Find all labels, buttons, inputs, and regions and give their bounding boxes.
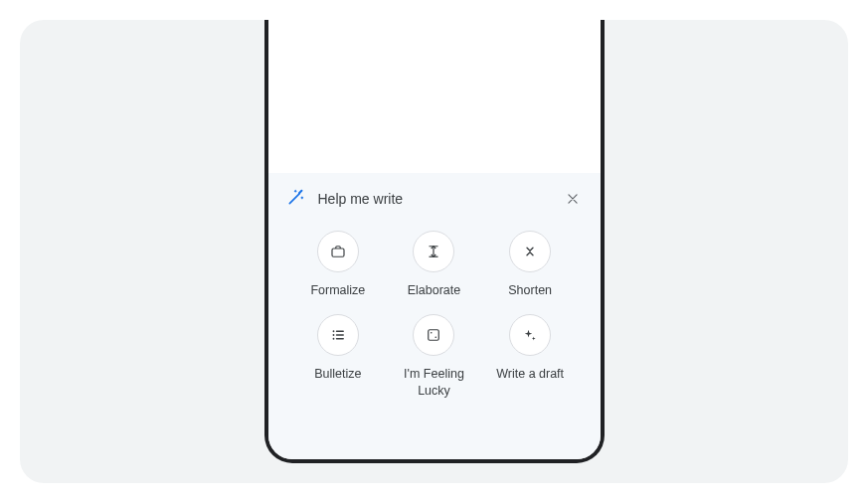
- panel-header-left: Help me write: [286, 187, 404, 211]
- svg-point-6: [332, 334, 334, 336]
- panel-header: Help me write: [286, 187, 583, 211]
- sparkle-icon: [509, 314, 551, 356]
- option-formalize[interactable]: Formalize: [290, 231, 387, 298]
- document-content-area: [268, 20, 601, 173]
- options-grid: Formalize Elaborate: [286, 231, 583, 399]
- panel-title: Help me write: [318, 191, 404, 207]
- option-label: Shorten: [508, 282, 552, 298]
- expand-icon: [413, 231, 454, 272]
- option-label: I'm Feeling Lucky: [386, 366, 482, 399]
- option-write-draft[interactable]: Write a draft: [482, 314, 579, 399]
- option-elaborate[interactable]: Elaborate: [386, 231, 482, 298]
- bullet-list-icon: [317, 314, 359, 356]
- svg-rect-10: [429, 330, 439, 341]
- svg-point-4: [332, 331, 334, 333]
- briefcase-icon: [317, 231, 359, 272]
- magic-wand-icon: [286, 187, 306, 211]
- dice-icon: [413, 314, 454, 356]
- phone-frame: Help me write Formalize: [264, 20, 605, 463]
- svg-rect-0: [332, 249, 344, 256]
- svg-point-8: [332, 338, 334, 340]
- option-label: Elaborate: [408, 282, 461, 298]
- option-feeling-lucky[interactable]: I'm Feeling Lucky: [386, 314, 482, 399]
- collapse-icon: [509, 231, 551, 272]
- svg-point-12: [435, 337, 437, 339]
- option-shorten[interactable]: Shorten: [482, 231, 579, 298]
- svg-point-11: [431, 332, 433, 334]
- option-label: Write a draft: [496, 366, 564, 382]
- help-me-write-panel: Help me write Formalize: [268, 173, 601, 459]
- close-button[interactable]: [563, 189, 583, 209]
- option-label: Formalize: [310, 282, 365, 298]
- option-label: Bulletize: [314, 366, 361, 382]
- outer-card: Help me write Formalize: [20, 20, 848, 483]
- option-bulletize[interactable]: Bulletize: [290, 314, 387, 399]
